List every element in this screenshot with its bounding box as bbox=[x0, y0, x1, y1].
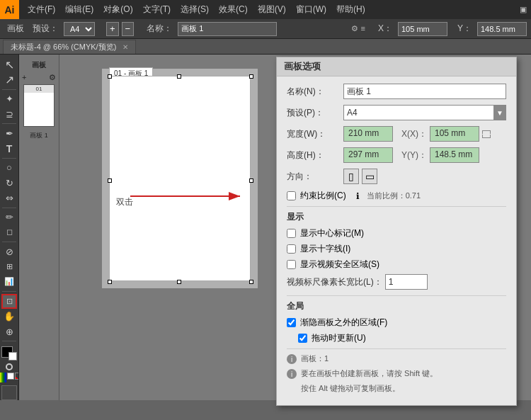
zoom-tool[interactable]: ⊕ bbox=[1, 324, 17, 339]
menu-window[interactable]: 窗口(W) bbox=[292, 2, 331, 17]
dialog-orientation-label: 方向： bbox=[287, 171, 343, 183]
menu-file[interactable]: 文件(F) bbox=[23, 2, 59, 17]
type-tool[interactable]: T bbox=[1, 141, 17, 155]
gradient-btn[interactable] bbox=[7, 373, 14, 380]
info-icon2: i bbox=[287, 369, 297, 379]
handle-tc[interactable] bbox=[177, 74, 181, 79]
rotate-tool[interactable]: ↻ bbox=[1, 176, 17, 190]
artboard-thumbnail[interactable]: 01 bbox=[23, 84, 55, 127]
show-cross-row: 显示十字线(I) bbox=[287, 243, 506, 255]
handle-mr[interactable] bbox=[249, 178, 253, 183]
pencil-tool[interactable]: ✏ bbox=[1, 210, 17, 225]
handle-ml[interactable] bbox=[108, 178, 112, 183]
menu-view[interactable]: 视图(V) bbox=[253, 2, 290, 17]
artboard-add-btn[interactable]: + bbox=[22, 73, 26, 82]
dialog-width-input[interactable]: 210 mm bbox=[343, 126, 393, 142]
toolbar-row1: 画板 预设： A4 + − 名称： ⚙ ≡ X： Y： bbox=[0, 19, 531, 39]
direct-selection-tool[interactable]: ↗ bbox=[1, 72, 17, 86]
preset-label: 预设： bbox=[30, 23, 61, 35]
dialog-name-row: 名称(N)： bbox=[287, 84, 506, 99]
menu-text[interactable]: 文字(T) bbox=[139, 2, 175, 17]
handle-bc[interactable] bbox=[177, 280, 181, 284]
handle-bl[interactable] bbox=[108, 280, 112, 284]
symbol-sprayer-btn[interactable] bbox=[1, 385, 17, 399]
dialog-height-label: 高度(H)： bbox=[287, 149, 343, 161]
fade-label: 渐隐画板之外的区域(F) bbox=[300, 317, 387, 329]
menu-help[interactable]: 帮助(H) bbox=[332, 2, 370, 17]
selection-tool[interactable]: ↖ bbox=[1, 57, 17, 72]
show-safe-row: 显示视频安全区域(S) bbox=[287, 259, 506, 271]
link-icon bbox=[482, 130, 491, 138]
pen-tool[interactable]: ✒ bbox=[1, 126, 17, 140]
artboard-name-input[interactable] bbox=[178, 22, 277, 36]
portrait-btn[interactable]: ▯ bbox=[343, 169, 359, 184]
artboard-settings-btn[interactable]: ⚙ bbox=[49, 73, 56, 82]
preset-select[interactable]: A4 bbox=[64, 22, 95, 36]
tools-panel: ↖ ↗ ✦ ⊇ ✒ T ○ ↻ ⇔ ✏ ◻ ⊘ ⊞ 📊 ⊡ ✋ ⊕ bbox=[0, 55, 19, 400]
dialog-preset-arrow[interactable]: ▼ bbox=[493, 105, 506, 120]
fill-stroke-buttons bbox=[6, 363, 13, 370]
eraser-tool[interactable]: ◻ bbox=[1, 225, 17, 239]
drag-update-checkbox[interactable] bbox=[298, 334, 307, 343]
chart-tool[interactable]: 📊 bbox=[1, 275, 17, 289]
artboard-options-dialog: 画板选项 名称(N)： 预设(P)： ▼ 宽度(W)： 210 mm X(X)： bbox=[276, 57, 517, 406]
handle-tl[interactable] bbox=[108, 74, 112, 79]
separator1 bbox=[287, 206, 506, 207]
show-safe-checkbox[interactable] bbox=[287, 260, 296, 269]
dialog-width-row: 宽度(W)： 210 mm X(X)： 105 mm bbox=[287, 126, 506, 142]
dialog-height-row: 高度(H)： 297 mm Y(Y)： 148.5 mm bbox=[287, 147, 506, 163]
app-logo: Ai bbox=[0, 0, 19, 19]
name-label: 名称： bbox=[144, 23, 175, 35]
document-tab[interactable]: 未标题-4 @ 66% (CMYK/预览) ✕ bbox=[3, 40, 136, 54]
dialog-name-input[interactable] bbox=[343, 84, 506, 99]
lasso-tool[interactable]: ⊇ bbox=[1, 107, 17, 121]
ratio-text: 当前比例：0.71 bbox=[367, 191, 421, 201]
new-artboard-btn[interactable]: + bbox=[106, 22, 119, 36]
dialog-y-label: Y(Y)： bbox=[401, 149, 427, 161]
handle-br[interactable] bbox=[249, 280, 253, 284]
handle-tr[interactable] bbox=[249, 74, 253, 79]
artboard-thumb-label: 画板 1 bbox=[30, 131, 48, 140]
menu-effect[interactable]: 效果(C) bbox=[215, 2, 252, 17]
dialog-y-input[interactable]: 148.5 mm bbox=[430, 147, 479, 163]
tab-close-btn[interactable]: ✕ bbox=[122, 43, 128, 51]
show-cross-checkbox[interactable] bbox=[287, 244, 296, 254]
show-safe-label: 显示视频安全区域(S) bbox=[300, 259, 379, 271]
pixel-ratio-input[interactable] bbox=[385, 274, 428, 290]
dialog-height-input[interactable]: 297 mm bbox=[343, 147, 393, 163]
tool-sep1 bbox=[2, 89, 16, 90]
arrow-annotation bbox=[130, 186, 251, 207]
menu-select[interactable]: 选择(S) bbox=[176, 2, 213, 17]
dialog-preset-input[interactable] bbox=[343, 105, 494, 120]
color-mode-buttons bbox=[0, 373, 19, 382]
show-center-checkbox[interactable] bbox=[287, 229, 296, 238]
artboard-tool[interactable]: ⊡ bbox=[1, 294, 17, 309]
ellipse-tool[interactable]: ○ bbox=[1, 161, 17, 175]
delete-artboard-btn[interactable]: − bbox=[122, 22, 135, 36]
background-color[interactable] bbox=[8, 352, 17, 361]
menu-bar: Ai 文件(F) 编辑(E) 对象(O) 文字(T) 选择(S) 效果(C) 视… bbox=[0, 0, 531, 19]
y-input[interactable] bbox=[477, 22, 527, 36]
blend-tool[interactable]: ⊞ bbox=[1, 259, 17, 273]
menu-object[interactable]: 对象(O) bbox=[99, 2, 137, 17]
artboard-canvas[interactable] bbox=[109, 76, 251, 281]
fade-checkbox[interactable] bbox=[287, 318, 296, 327]
tool-sep7 bbox=[2, 341, 16, 341]
app-mode: ▣ bbox=[520, 5, 531, 14]
dialog-preset-select-wrap: ▼ bbox=[343, 105, 506, 120]
none-fill-btn[interactable] bbox=[6, 363, 13, 370]
eyedropper-tool[interactable]: ⊘ bbox=[1, 244, 17, 259]
dialog-x-input[interactable]: 105 mm bbox=[430, 126, 479, 142]
drag-update-row: 拖动时更新(U) bbox=[298, 332, 506, 344]
color-mode-btn[interactable] bbox=[0, 373, 6, 382]
dialog-preset-label: 预设(P)： bbox=[287, 107, 343, 119]
mirror-tool[interactable]: ⇔ bbox=[1, 191, 17, 205]
landscape-btn[interactable]: ▭ bbox=[362, 169, 377, 184]
hand-tool[interactable]: ✋ bbox=[1, 310, 17, 324]
x-input[interactable] bbox=[398, 22, 447, 36]
magic-wand-tool[interactable]: ✦ bbox=[1, 92, 17, 106]
constrain-checkbox[interactable] bbox=[287, 191, 296, 200]
menu-edit[interactable]: 编辑(E) bbox=[61, 2, 98, 17]
pixel-ratio-label: 视频标尺像素长宽比(L)： bbox=[287, 276, 382, 288]
x-label: X： bbox=[375, 23, 395, 35]
